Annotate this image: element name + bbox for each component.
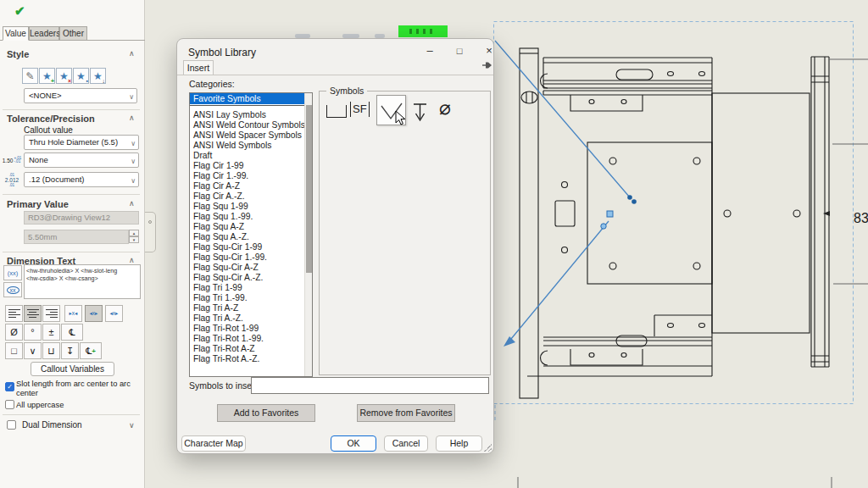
- category-item[interactable]: Flag Squ A-Z: [190, 222, 304, 232]
- category-item[interactable]: Flag Tri-Rot A-Z: [190, 344, 304, 354]
- panel-collapse-handle[interactable]: [145, 212, 156, 252]
- tab-leaders[interactable]: Leaders: [29, 26, 59, 41]
- leader-handle-square[interactable]: [607, 211, 613, 217]
- leader-handle-dot[interactable]: [601, 224, 606, 229]
- inspection-dimension-button[interactable]: xx: [3, 282, 22, 297]
- add-to-favorites-button[interactable]: Add to Favorites: [217, 404, 315, 422]
- scrollbar[interactable]: [304, 93, 312, 376]
- degree-symbol-button[interactable]: °: [24, 324, 42, 341]
- minimize-button[interactable]: –: [418, 43, 442, 59]
- category-item[interactable]: ANSI Weld Symbols: [190, 141, 304, 151]
- category-item[interactable]: Flag Squ A.-Z.: [190, 232, 304, 242]
- category-item[interactable]: Flag Tri-Rot 1-99: [190, 324, 304, 334]
- category-item[interactable]: Flag Squ 1.-99.: [190, 212, 304, 222]
- cancel-button[interactable]: Cancel: [384, 435, 428, 452]
- precision-dropdown[interactable]: .12 (Document) ∨: [24, 172, 139, 187]
- callout-variables-button[interactable]: Callout Variables: [31, 362, 114, 376]
- categories-listbox[interactable]: Favorite Symbols ANSI Lay Symbols ANSI W…: [189, 92, 313, 377]
- diameter-symbol[interactable]: ⌀: [439, 97, 451, 119]
- diameter-symbol-button[interactable]: Ø: [5, 324, 23, 341]
- category-item[interactable]: Flag Tri A.-Z.: [190, 313, 304, 324]
- category-item[interactable]: Flag Squ 1-99: [190, 202, 304, 212]
- tolerance-type-dropdown[interactable]: None ∨: [24, 152, 139, 168]
- plus-minus-symbol-button[interactable]: ±: [42, 324, 60, 341]
- category-item[interactable]: Flag Tri 1.-99.: [190, 293, 304, 303]
- selected-dimension-leader[interactable]: [495, 41, 637, 347]
- part-geometry[interactable]: [520, 48, 829, 398]
- justify-expand-button[interactable]: ◂x▸: [105, 305, 123, 322]
- category-item[interactable]: Favorite Symbols: [190, 93, 304, 104]
- countersink-symbol-button[interactable]: ∨: [24, 342, 42, 359]
- resize-grip[interactable]: [483, 443, 492, 452]
- style-dropdown[interactable]: <NONE> ∨: [24, 88, 137, 103]
- category-item[interactable]: Flag Cir A.-Z.: [190, 191, 304, 202]
- category-item[interactable]: Flag Tri A-Z: [190, 303, 304, 313]
- justify-center-button[interactable]: ◂x▸: [85, 305, 103, 322]
- collapse-chevron-icon[interactable]: ∧: [129, 256, 135, 264]
- help-button[interactable]: Help: [436, 435, 482, 452]
- justify-compress-button[interactable]: ▸x◂: [64, 305, 82, 322]
- category-item[interactable]: ANSI Weld Contour Symbols: [190, 120, 304, 130]
- ok-button[interactable]: OK: [331, 435, 376, 452]
- category-item[interactable]: Flag Squ-Cir 1.-99.: [190, 252, 304, 263]
- leader-handle-dot[interactable]: [632, 199, 637, 204]
- depth-symbol[interactable]: [412, 102, 429, 124]
- category-item[interactable]: Flag Tri 1-99: [190, 283, 304, 293]
- depth-symbol-button[interactable]: ↧: [61, 342, 79, 359]
- spinner-up-icon[interactable]: ▴: [129, 230, 139, 236]
- style-section-header[interactable]: Style: [7, 49, 29, 59]
- collapse-chevron-icon[interactable]: ∧: [129, 199, 135, 208]
- tab-insert[interactable]: Insert: [183, 60, 214, 75]
- dimension-name-field[interactable]: RD3@Drawing View12: [24, 211, 139, 225]
- category-item[interactable]: ANSI Lay Symbols: [190, 110, 304, 120]
- spinner-down-icon[interactable]: ▾: [129, 236, 139, 243]
- set-default-attributes-button[interactable]: ✎: [22, 68, 38, 84]
- counterbore-symbol-button[interactable]: ⊔: [42, 342, 60, 359]
- dimension-value-field[interactable]: 5.50mm: [24, 230, 129, 244]
- confirm-check-icon[interactable]: ✔: [14, 3, 25, 19]
- collapse-chevron-icon[interactable]: ∨: [129, 421, 135, 430]
- text-align-left-button[interactable]: [5, 305, 23, 322]
- pin-icon[interactable]: [481, 61, 492, 69]
- close-button[interactable]: ×: [477, 43, 501, 59]
- symbols-to-insert-input[interactable]: [251, 377, 489, 394]
- dimension-annotations[interactable]: 83: [518, 59, 868, 488]
- text-align-center-button[interactable]: [24, 305, 42, 322]
- dual-dimension-checkbox[interactable]: [7, 420, 16, 430]
- square-symbol-button[interactable]: □: [5, 342, 23, 359]
- text-align-right-button[interactable]: [42, 305, 60, 322]
- delete-style-button[interactable]: ★ ×: [56, 68, 72, 84]
- highlighted-toolbar-item[interactable]: [398, 25, 448, 37]
- dimension-83-label[interactable]: 83: [854, 211, 868, 225]
- category-item[interactable]: Flag Cir A-Z: [190, 181, 304, 191]
- category-item[interactable]: Flag Squ-Cir 1-99: [190, 242, 304, 252]
- centerline-symbol-button[interactable]: ℄: [61, 324, 83, 341]
- add-parenthesis-button[interactable]: (xx): [3, 265, 22, 280]
- primary-value-section-header[interactable]: Primary Value: [7, 199, 69, 209]
- category-item[interactable]: Flag Tri-Rot A.-Z.: [190, 354, 304, 364]
- category-item[interactable]: Draft: [190, 151, 304, 161]
- surface-finish-symbol[interactable]: SF: [350, 102, 370, 117]
- category-item[interactable]: Flag Cir 1-99: [190, 161, 304, 171]
- maximize-button[interactable]: □: [448, 43, 471, 59]
- add-centerline-button[interactable]: ℄+: [80, 342, 102, 359]
- category-item[interactable]: Flag Squ-Cir A.-Z.: [190, 273, 304, 283]
- all-uppercase-checkbox[interactable]: [5, 400, 14, 409]
- load-style-button[interactable]: ★ ↓: [90, 68, 106, 84]
- value-spinner[interactable]: ▴ ▾: [129, 230, 139, 244]
- leader-handle-dot[interactable]: [627, 195, 632, 200]
- category-item[interactable]: Flag Tri-Rot 1.-99.: [190, 334, 304, 344]
- remove-from-favorites-button[interactable]: Remove from Favorites: [357, 404, 455, 422]
- dimension-text-box[interactable]: <hw-thruholedia> X <hw-slot-leng <hw-csd…: [24, 264, 141, 299]
- scrollbar-thumb[interactable]: [306, 105, 312, 273]
- callout-value-dropdown[interactable]: Thru Hole Diameter (5.5) ∨: [24, 135, 139, 150]
- save-style-button[interactable]: ★ ▪: [73, 68, 89, 84]
- category-item[interactable]: Flag Squ-Cir A-Z: [190, 263, 304, 273]
- tab-value[interactable]: Value: [3, 26, 29, 41]
- category-item[interactable]: Flag Cir 1.-99.: [190, 171, 304, 181]
- category-item[interactable]: ANSI Weld Spacer Symbols: [190, 130, 304, 141]
- collapse-chevron-icon[interactable]: ∧: [129, 114, 135, 122]
- slot-length-checkbox[interactable]: ✓: [5, 382, 14, 391]
- character-map-button[interactable]: Character Map: [181, 435, 246, 452]
- tab-other[interactable]: Other: [59, 26, 87, 41]
